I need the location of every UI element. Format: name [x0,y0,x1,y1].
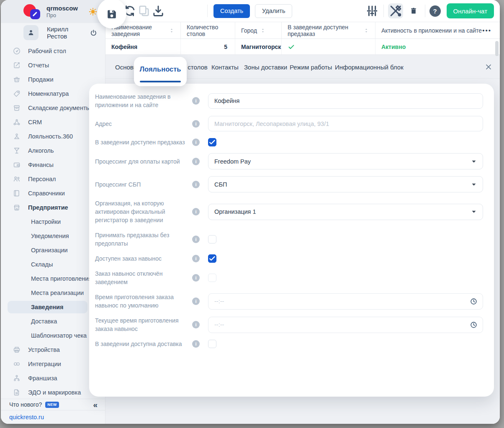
theme-sun-icon[interactable] [88,7,98,16]
user-row[interactable]: Кирилл Рестов [1,23,105,42]
table-cell-name: Кофейня [105,39,181,54]
tools-button[interactable] [388,3,403,18]
table-cell-tables-count: 5 [181,39,235,54]
account-plan: Про [46,13,78,18]
sidebar-item-label: Складские документы [28,105,90,111]
delete-button[interactable]: Удалить [255,4,292,18]
table-cell-activity: Активно [375,39,500,54]
fiscal-organization-select[interactable]: Организация 1 [208,204,483,220]
info-icon[interactable]: i [192,181,200,188]
field-label: Доступен заказ навынос [95,254,186,263]
sbp-processing-select[interactable]: СБП [208,176,483,192]
save-icon [106,7,118,20]
sidebar-item-label: Заведения [31,304,63,310]
sidebar-item-venues[interactable]: Заведения [8,301,87,313]
tab-contacts[interactable]: Контакты [211,64,239,71]
download-icon[interactable] [151,4,165,18]
sort-icon[interactable] [260,28,266,33]
form-row-fiscal-organization: Организация, на которую активирован фиск… [95,199,483,224]
app-window: qrmoscow Про Кирилл Рестов Рабочий столО… [1,0,500,424]
quickresto-link[interactable]: quickresto.ru [9,414,44,420]
info-icon[interactable]: i [192,321,200,328]
sidebar-header: qrmoscow Про [1,0,105,23]
field-label: Наименование заведения в приложении и на… [95,92,186,109]
caret-down-icon [470,181,478,188]
form-row-address: Адресi [95,116,483,131]
enterprise-icon [13,203,21,212]
collapse-sidebar-icon[interactable]: « [93,401,98,409]
form-row-preorder-no-prepay: Принимать предзаказы без предоплатыi [95,231,483,248]
copy-icon[interactable] [137,4,151,18]
help-button[interactable]: ? [429,5,441,17]
info-icon[interactable]: i [192,158,200,165]
column-header-activity: Активность в приложении и на сайте••• [375,22,500,38]
address-input[interactable] [208,116,483,131]
field-label: В заведении доступен предзаказ [95,138,186,146]
field-control: --:-- [208,317,483,333]
info-icon[interactable]: i [192,120,200,128]
sidebar-item-label: Организации [31,247,68,254]
tab-working-hours[interactable]: Режим работы [290,64,332,71]
info-icon[interactable]: i [192,97,200,105]
info-icon[interactable]: i [192,236,200,243]
nomenclature-icon [13,90,21,98]
tab-delivery-zones[interactable]: Зоны доставки [244,64,287,71]
active-tab-label: Лояльность [134,65,187,73]
filter-icon[interactable] [365,4,379,18]
toolbar-divider [207,5,208,17]
info-icon[interactable]: i [192,255,200,262]
sidebar-item-label: Рабочий стол [28,48,66,54]
clock-icon[interactable] [470,321,478,329]
info-icon[interactable]: i [192,138,200,146]
trash-icon[interactable] [406,4,421,18]
info-icon[interactable]: i [192,340,200,348]
integrations-icon [13,360,21,368]
warehouse-icon [13,104,21,112]
takeaway-available-checkbox[interactable] [208,254,216,263]
selected-value: Freedom Pay [214,158,251,165]
online-chat-button[interactable]: Онлайн-чат [447,3,494,18]
time-value: --:-- [214,321,224,328]
user-name: Кирилл Рестов [47,26,90,40]
table-row[interactable]: Кофейня5МагнитогорскАктивно [105,39,500,55]
active-tab-underline [140,81,181,82]
sort-icon[interactable] [169,28,175,33]
field-control [208,116,483,131]
info-icon[interactable]: i [192,208,200,215]
preorder-available-checkbox[interactable] [208,138,216,146]
info-icon[interactable]: i [192,274,200,282]
sidebar-item-reports[interactable]: Отчеты [1,58,105,72]
field-control [208,254,483,263]
table-cell-city: Магнитогорск [235,39,282,54]
scrollbar-thumb[interactable] [495,41,499,56]
sort-icon[interactable] [363,28,369,33]
takeaway-default-time-time-input[interactable]: --:-- [208,293,483,310]
preorder-no-prepay-checkbox[interactable] [208,235,216,243]
delivery-available-checkbox[interactable] [208,340,216,348]
whats-new-bar[interactable]: Что нового? NEW « [1,399,105,410]
field-control: Freedom Pay [208,153,483,169]
quickresto-logo [23,3,41,21]
tab-loyalty-active[interactable]: Лояльность [134,57,187,86]
venue-name-input[interactable] [208,93,483,109]
sidebar-item-sales[interactable]: Продажи [1,72,105,87]
close-icon[interactable] [484,63,493,71]
create-button[interactable]: Создать [213,4,250,18]
field-label: В заведении доступна доставка [95,340,186,348]
info-icon[interactable]: i [192,297,200,305]
column-menu-dots[interactable]: ••• [482,27,494,34]
card-processing-select[interactable]: Freedom Pay [208,153,483,169]
account-name: qrmoscow [46,5,78,12]
tools-icon [388,3,403,18]
logout-power-icon[interactable] [90,29,98,37]
clock-icon[interactable] [470,297,478,305]
sidebar-item-label: Алкоголь [28,147,54,154]
sidebar-item-dashboard[interactable]: Рабочий стол [1,44,105,58]
tab-info-block[interactable]: Информационный блок [335,64,404,71]
column-header-city[interactable]: Город [235,22,282,38]
column-header-tables-count: Количество столов [181,22,235,38]
column-header-preorder[interactable]: В заведении доступен предзаказ [282,22,375,38]
caret-down-icon [470,208,478,215]
field-label: Текущее время приготовления заказа навын… [95,316,186,333]
form-row-takeaway-disabled-by-venue: Заказ навынос отключён заведениемi [95,269,483,286]
